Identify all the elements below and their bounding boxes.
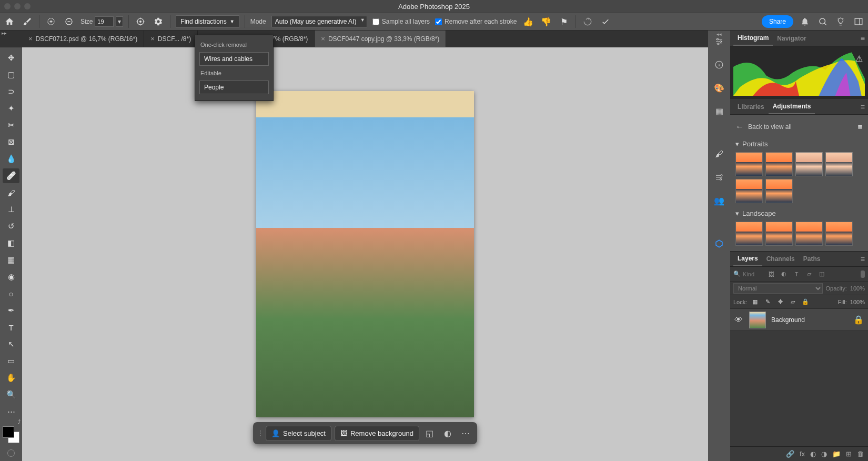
preset-thumb[interactable]	[795, 152, 823, 176]
crop-tool[interactable]: ✂	[3, 118, 19, 133]
add-icon[interactable]	[45, 15, 57, 28]
lock-artboard-icon[interactable]: ▱	[788, 298, 798, 305]
paths-tab[interactable]: Paths	[799, 252, 825, 266]
gear-icon[interactable]	[152, 15, 165, 28]
window-controls[interactable]	[4, 3, 31, 9]
preset-thumb[interactable]	[765, 222, 793, 246]
filter-pixel-icon[interactable]: 🖼	[766, 271, 776, 277]
blend-mode-select[interactable]: Normal	[733, 283, 823, 294]
tab-3[interactable]: ×DSCF0447 copy.jpg @ 33,3% (RGB/8*)	[315, 31, 446, 47]
layers-tab[interactable]: Layers	[733, 252, 762, 266]
preset-thumb[interactable]	[735, 222, 763, 246]
sample-all-checkbox[interactable]: Sample all layers	[372, 18, 430, 25]
adjustment-icon[interactable]: ◐	[440, 426, 455, 440]
preset-thumb[interactable]	[825, 222, 853, 246]
size-input[interactable]	[95, 16, 114, 27]
lock-all-icon[interactable]: 🔒	[801, 298, 810, 305]
preset-thumb[interactable]	[765, 179, 793, 203]
expand-tools-icon[interactable]: ▸▸	[2, 31, 7, 36]
navigator-tab[interactable]: Navigator	[773, 31, 810, 46]
subtract-icon[interactable]	[63, 15, 75, 28]
layer-thumb[interactable]	[749, 312, 766, 328]
character-icon[interactable]: 👥	[712, 194, 726, 207]
collapse-icon[interactable]: ◂◂	[716, 32, 722, 37]
list-view-icon[interactable]: ≣	[857, 123, 863, 131]
properties-icon[interactable]	[712, 171, 726, 184]
adjustment-layer-icon[interactable]: ◑	[821, 450, 827, 458]
brush-icon[interactable]	[21, 15, 34, 28]
hand-tool[interactable]: ✋	[3, 370, 19, 385]
grip-icon[interactable]: ⋮⋮	[257, 432, 263, 434]
libraries-tab[interactable]: Libraries	[733, 99, 769, 114]
mask-icon[interactable]: ◐	[810, 450, 816, 458]
preset-thumb[interactable]	[795, 222, 823, 246]
wand-tool[interactable]: ✦	[3, 101, 19, 116]
type-tool[interactable]: T	[3, 320, 19, 335]
size-dropdown[interactable]: ▾	[116, 16, 123, 27]
move-tool[interactable]: ✥	[3, 51, 19, 65]
filter-toggle[interactable]	[861, 270, 865, 278]
thumbs-down-icon[interactable]: 👎	[540, 15, 552, 28]
warning-icon[interactable]: ⚠	[855, 54, 863, 64]
marquee-tool[interactable]: ▢	[3, 67, 19, 82]
document-canvas[interactable]	[256, 91, 474, 417]
stamp-tool[interactable]: ⊥	[3, 202, 19, 217]
workspace-icon[interactable]	[852, 15, 865, 28]
remove-after-checkbox[interactable]: Remove after each stroke	[435, 18, 517, 25]
close-icon[interactable]: ×	[150, 35, 155, 43]
transform-icon[interactable]: ◱	[422, 426, 437, 440]
eyedropper-tool[interactable]: 💧	[3, 152, 19, 166]
lock-paint-icon[interactable]: ✎	[763, 298, 772, 305]
flag-icon[interactable]: ⚑	[558, 15, 570, 28]
filter-shape-icon[interactable]: ▱	[804, 270, 814, 277]
adjustments-tab[interactable]: Adjustments	[769, 99, 815, 114]
lock-pixels-icon[interactable]: ▦	[750, 298, 760, 305]
lock-position-icon[interactable]: ✥	[775, 298, 785, 305]
trash-icon[interactable]: 🗑	[857, 450, 864, 458]
color-swatches[interactable]: ⤴	[3, 426, 19, 443]
group-icon[interactable]: 📁	[832, 450, 841, 458]
more-icon[interactable]: ⋯	[458, 426, 473, 440]
gradient-tool[interactable]: ▦	[3, 253, 19, 267]
bell-icon[interactable]	[799, 15, 811, 28]
quickmask-icon[interactable]	[7, 449, 15, 457]
lasso-tool[interactable]: ⊃	[3, 84, 19, 99]
history-brush-tool[interactable]: ↺	[3, 219, 19, 234]
preset-thumb[interactable]	[735, 152, 763, 176]
share-button[interactable]: Share	[762, 15, 793, 28]
portraits-section[interactable]: ▾Portraits	[734, 135, 864, 151]
mode-select[interactable]: Auto (May use generative AI)	[271, 16, 367, 27]
histogram-tab[interactable]: Histogram	[733, 31, 773, 46]
back-arrow-icon[interactable]: ←	[735, 122, 744, 132]
filter-type-icon[interactable]: T	[791, 271, 802, 277]
panel-menu-icon[interactable]: ≡	[861, 34, 865, 43]
dodge-tool[interactable]: ○	[3, 286, 19, 301]
lock-icon[interactable]: 🔒	[853, 315, 864, 325]
plugin-icon[interactable]	[712, 237, 726, 250]
preset-thumb[interactable]	[765, 152, 793, 176]
lightbulb-icon[interactable]	[834, 15, 847, 28]
close-icon[interactable]: ×	[321, 35, 325, 43]
patterns-icon[interactable]: ▦	[712, 104, 726, 118]
frame-tool[interactable]: ⊠	[3, 135, 19, 149]
preset-thumb[interactable]	[735, 179, 763, 203]
layer-row[interactable]: 👁 Background 🔒	[730, 309, 868, 331]
tab-1[interactable]: ×DSCF... /8*)	[144, 31, 198, 47]
thumbs-up-icon[interactable]: 👍	[522, 15, 534, 28]
info-icon[interactable]	[712, 58, 726, 72]
undo-icon[interactable]	[581, 15, 594, 28]
people-option[interactable]: People	[199, 81, 269, 94]
wires-option[interactable]: Wires and cables	[199, 52, 269, 66]
zoom-tool[interactable]: 🔍	[3, 387, 19, 402]
preset-thumb[interactable]	[825, 152, 853, 176]
filter-smart-icon[interactable]: ◫	[816, 270, 827, 277]
pen-tool[interactable]: ✒	[3, 303, 19, 318]
channels-tab[interactable]: Channels	[762, 252, 799, 266]
new-layer-icon[interactable]: ⊞	[846, 450, 852, 458]
blur-tool[interactable]: ◉	[3, 269, 19, 284]
brushes-icon[interactable]: 🖌	[712, 147, 726, 161]
link-icon[interactable]: 🔗	[786, 450, 794, 458]
target-icon[interactable]	[134, 15, 147, 28]
close-icon[interactable]: ×	[28, 35, 33, 43]
search-icon[interactable]	[816, 15, 829, 28]
